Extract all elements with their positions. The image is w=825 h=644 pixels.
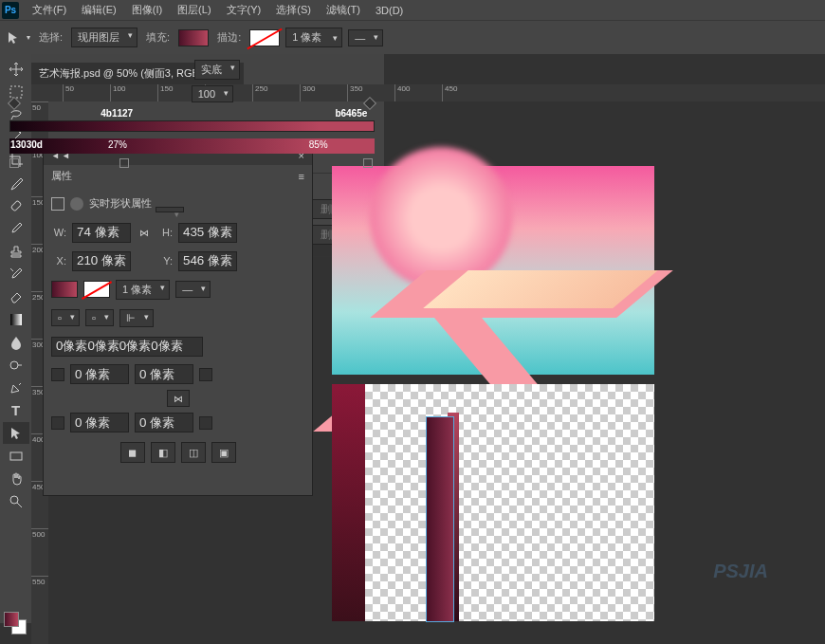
eyedropper-tool-icon[interactable] — [3, 172, 29, 193]
menu-3d[interactable]: 3D(D) — [368, 3, 411, 18]
canvas[interactable] — [332, 166, 654, 621]
fill-mini-swatch[interactable] — [51, 281, 78, 298]
zoom-tool-icon[interactable] — [3, 490, 29, 512]
menu-layer[interactable]: 图层(L) — [170, 1, 218, 19]
stroke-mini-swatch[interactable] — [83, 281, 110, 298]
path-select-tool-icon[interactable] — [3, 422, 29, 444]
y-field[interactable] — [178, 251, 237, 271]
gradient-tool-icon[interactable] — [3, 308, 29, 330]
gradient-type-dropdown[interactable]: 实底 — [194, 60, 240, 80]
menu-filter[interactable]: 滤镜(T) — [319, 1, 368, 19]
stroke-width-dropdown[interactable]: 1 像素 — [285, 28, 342, 47]
fill-swatch[interactable] — [178, 29, 209, 46]
height-field[interactable] — [178, 223, 237, 243]
pathop-subtract-icon[interactable]: ◧ — [151, 442, 175, 463]
watermark: PSJIA — [713, 561, 768, 582]
stroke-style-dropdown[interactable]: — — [348, 29, 383, 46]
corner-tl-shape[interactable] — [51, 368, 64, 381]
menu-edit[interactable]: 编辑(E) — [74, 1, 124, 19]
history-brush-icon[interactable] — [3, 263, 29, 285]
panel-menu-icon[interactable]: ≡ — [299, 171, 304, 182]
fill-label: 填充: — [146, 30, 170, 45]
heal-tool-icon[interactable] — [3, 194, 29, 216]
svg-rect-0 — [10, 86, 22, 98]
link-wh-icon[interactable]: ⋈ — [137, 225, 152, 240]
mask-icon — [70, 197, 83, 211]
corners-summary-field[interactable] — [51, 337, 203, 357]
select-label: 选择: — [39, 30, 63, 45]
properties-subtitle: 实时形状属性 — [89, 196, 152, 211]
panel-title: 属性 — [51, 169, 72, 183]
corner-tl-field[interactable] — [70, 364, 129, 384]
stroke-label: 描边: — [217, 30, 241, 45]
select-layer-dropdown[interactable]: 现用图层 — [71, 28, 138, 47]
corner-tr-field[interactable] — [135, 364, 193, 384]
svg-rect-4 — [10, 452, 22, 460]
gradient-bar[interactable]: 4b1127 b6465e — [9, 108, 375, 137]
stop-opacity-field — [156, 207, 184, 212]
dodge-tool-icon[interactable] — [3, 354, 29, 376]
corner-br-field[interactable] — [135, 413, 193, 432]
brush-tool-icon[interactable] — [3, 217, 29, 239]
fg-color-swatch[interactable] — [4, 612, 19, 627]
options-bar: ▾ 选择: 现用图层 填充: 描边: 1 像素 — — [0, 20, 825, 54]
link-corners-icon[interactable]: ⋈ — [167, 390, 190, 407]
pathop-intersect-icon[interactable]: ◫ — [181, 442, 206, 463]
properties-panel: ◄◄ × 属性 ≡ 实时形状属性 W: ⋈ H: X: Y: 1 像素 — [43, 145, 313, 496]
eraser-tool-icon[interactable] — [3, 285, 29, 307]
menu-image[interactable]: 图像(I) — [124, 1, 170, 19]
menu-file[interactable]: 文件(F) — [25, 1, 74, 19]
hand-tool-icon[interactable] — [3, 468, 29, 489]
move-tool-icon[interactable] — [3, 58, 29, 80]
pathop-exclude-icon[interactable]: ▣ — [211, 442, 236, 463]
svg-rect-1 — [10, 200, 21, 211]
menu-select[interactable]: 选择(S) — [268, 1, 319, 19]
svg-rect-2 — [10, 314, 22, 325]
svg-point-3 — [10, 361, 18, 369]
menu-type[interactable]: 文字(Y) — [219, 1, 269, 19]
blur-tool-icon[interactable] — [3, 331, 29, 353]
ps-logo-icon: Ps — [2, 2, 19, 19]
cap-dropdown[interactable]: ▫ — [51, 309, 80, 326]
stroke-dash-dropdown[interactable]: — — [175, 281, 211, 298]
width-field[interactable] — [72, 223, 131, 243]
ruler-horizontal: 50 100 150 200 250 300 350 400 450 — [31, 84, 825, 101]
type-tool-icon[interactable]: T — [3, 399, 29, 421]
gradient-preview: 13030d 27% 85% — [9, 138, 375, 154]
smoothness-field[interactable]: 100 — [192, 85, 233, 102]
pathop-combine-icon[interactable]: ◼ — [120, 442, 145, 463]
corner-tr-shape[interactable] — [199, 368, 212, 381]
corner-bl-shape[interactable] — [51, 416, 64, 430]
dropdown-arrow-icon[interactable]: ▾ — [27, 33, 30, 42]
selected-shape[interactable] — [427, 417, 453, 621]
x-field[interactable] — [72, 251, 131, 271]
align-stroke-dropdown[interactable]: ⊩ — [119, 309, 154, 327]
rectangle-tool-icon[interactable] — [3, 445, 29, 467]
menubar: Ps 文件(F) 编辑(E) 图像(I) 图层(L) 文字(Y) 选择(S) 滤… — [0, 0, 825, 20]
path-select-icon[interactable] — [6, 30, 21, 46]
join-dropdown[interactable]: ▫ — [85, 309, 114, 326]
shape-icon — [51, 197, 64, 211]
stamp-tool-icon[interactable] — [3, 240, 29, 262]
stroke-width-field[interactable]: 1 像素 — [116, 280, 170, 300]
pen-tool-icon[interactable] — [3, 377, 29, 398]
stroke-swatch[interactable] — [249, 29, 280, 46]
corner-br-shape[interactable] — [199, 416, 212, 430]
svg-point-5 — [10, 496, 18, 504]
corner-bl-field[interactable] — [70, 413, 129, 432]
artwork — [332, 166, 654, 621]
